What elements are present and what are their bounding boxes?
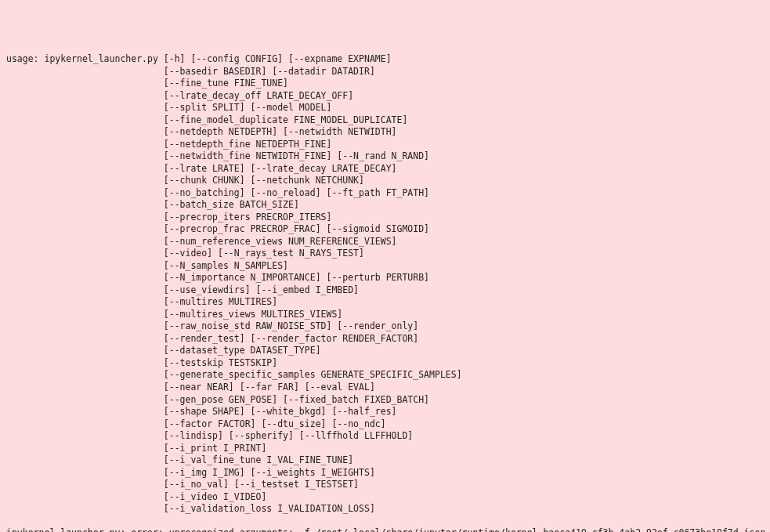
usage-block: usage: ipykernel_launcher.py [-h] [--con…: [6, 53, 764, 516]
error-line: ipykernel_launcher.py: error: unrecogniz…: [6, 527, 764, 532]
stderr-output: usage: ipykernel_launcher.py [-h] [--con…: [6, 53, 764, 532]
